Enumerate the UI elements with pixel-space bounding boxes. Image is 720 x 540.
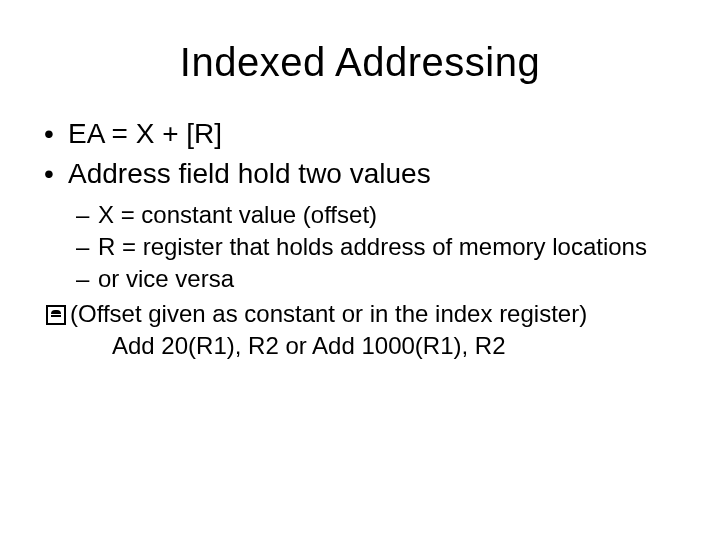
sub-bullet-item: X = constant value (offset)	[76, 199, 680, 231]
slide-title: Indexed Addressing	[40, 40, 680, 85]
bullet-item: EA = X + [R]	[44, 115, 680, 153]
bullet-item: Address field hold two values	[44, 155, 680, 193]
box-glyph-icon	[46, 305, 66, 325]
sub-bullet-item: or vice versa	[76, 263, 680, 295]
boxed-note-text: (Offset given as constant or in the inde…	[70, 300, 587, 327]
boxed-note-row: (Offset given as constant or in the inde…	[40, 298, 680, 330]
example-line: Add 20(R1), R2 or Add 1000(R1), R2	[40, 330, 680, 362]
sub-bullet-list: X = constant value (offset) R = register…	[40, 199, 680, 296]
main-bullet-list: EA = X + [R] Address field hold two valu…	[40, 115, 680, 193]
sub-bullet-item: R = register that holds address of memor…	[76, 231, 680, 263]
